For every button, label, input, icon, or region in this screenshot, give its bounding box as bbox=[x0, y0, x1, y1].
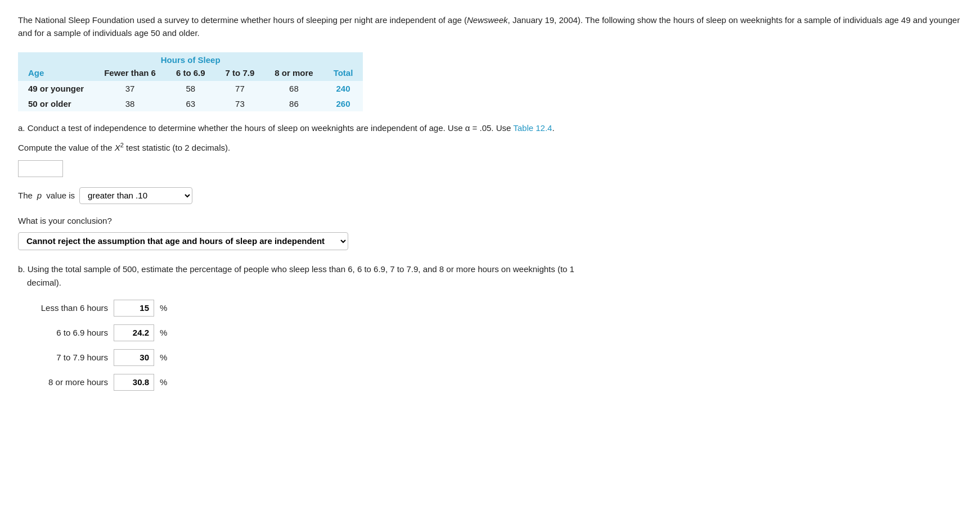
row-49-six: 58 bbox=[166, 81, 215, 96]
intro-text-before: The National Sleep Foundation used a sur… bbox=[18, 15, 467, 25]
percent-sign-0: % bbox=[160, 301, 167, 315]
conclusion-label: What is your conclusion? bbox=[18, 214, 962, 228]
table-section-title: Hours of Sleep bbox=[18, 52, 363, 65]
six-to-69-input[interactable] bbox=[114, 324, 154, 341]
row-49-total: 240 bbox=[323, 81, 363, 96]
p-value-label-pre: The bbox=[18, 189, 33, 202]
table-row-50: 50 or older 38 63 73 86 260 bbox=[18, 96, 363, 111]
percent-sign-2: % bbox=[160, 351, 167, 364]
col-header-fewer6: Fewer than 6 bbox=[94, 65, 166, 81]
section-a-label: a. Conduct a test of independence to det… bbox=[18, 121, 962, 135]
less-than-6-row: Less than 6 hours % bbox=[18, 300, 962, 317]
col-header-six: 6 to 6.9 bbox=[166, 65, 215, 81]
less-than-6-label: Less than 6 hours bbox=[18, 301, 108, 315]
intro-paragraph: The National Sleep Foundation used a sur… bbox=[18, 13, 962, 40]
chi-sq-label: Compute the value of the X2 test statist… bbox=[18, 141, 962, 155]
eight-or-more-label: 8 or more hours bbox=[18, 376, 108, 389]
row-50-seven: 73 bbox=[215, 96, 265, 111]
row-50-age: 50 or older bbox=[18, 96, 94, 111]
conclusion-select[interactable]: Cannot reject the assumption that age an… bbox=[18, 232, 348, 250]
p-value-row: The p value is greater than .10 between … bbox=[18, 187, 962, 204]
six-to-69-row: 6 to 6.9 hours % bbox=[18, 324, 962, 341]
row-49-fewer6: 37 bbox=[94, 81, 166, 96]
p-value-label-italic: p bbox=[37, 189, 42, 202]
eight-or-more-input[interactable] bbox=[114, 374, 154, 391]
section-b-label-1: b. Using the total sample of 500, estima… bbox=[18, 263, 962, 276]
col-header-age: Age bbox=[18, 65, 94, 81]
row-50-eight: 86 bbox=[264, 96, 323, 111]
chi-sq-post: test statistic (to 2 decimals). bbox=[124, 143, 230, 152]
section-b-label: b. Using the total sample of 500, estima… bbox=[18, 263, 962, 290]
col-header-eight: 8 or more bbox=[264, 65, 323, 81]
row-50-fewer6: 38 bbox=[94, 96, 166, 111]
publication-name: Newsweek bbox=[467, 15, 508, 25]
sleep-table: Hours of Sleep Age Fewer than 6 6 to 6.9… bbox=[18, 52, 363, 111]
six-to-69-label: 6 to 6.9 hours bbox=[18, 326, 108, 340]
row-50-total: 260 bbox=[323, 96, 363, 111]
seven-to-79-label: 7 to 7.9 hours bbox=[18, 351, 108, 364]
table-row-49: 49 or younger 37 58 77 68 240 bbox=[18, 81, 363, 96]
p-value-label-post: value is bbox=[46, 189, 75, 202]
section-b: b. Using the total sample of 500, estima… bbox=[18, 263, 962, 391]
col-header-total: Total bbox=[323, 65, 363, 81]
table-header-row: Age Fewer than 6 6 to 6.9 7 to 7.9 8 or … bbox=[18, 65, 363, 81]
chi-sq-pre: Compute the value of the bbox=[18, 143, 115, 152]
section-a-label-text: a. Conduct a test of independence to det… bbox=[18, 123, 511, 133]
conclusion-select-wrapper: Cannot reject the assumption that age an… bbox=[18, 232, 962, 250]
table-12-4-link[interactable]: Table 12.4 bbox=[513, 123, 552, 133]
row-49-eight: 68 bbox=[264, 81, 323, 96]
section-a-label-period: . bbox=[552, 123, 554, 133]
percent-sign-3: % bbox=[160, 376, 167, 389]
col-header-seven: 7 to 7.9 bbox=[215, 65, 265, 81]
row-49-seven: 77 bbox=[215, 81, 265, 96]
chi-sq-input[interactable] bbox=[18, 160, 63, 177]
section-a: a. Conduct a test of independence to det… bbox=[18, 121, 962, 250]
p-value-select[interactable]: greater than .10 between .025 and .05 be… bbox=[79, 187, 192, 204]
eight-or-more-row: 8 or more hours % bbox=[18, 374, 962, 391]
table-title-row: Hours of Sleep bbox=[18, 52, 363, 65]
row-49-age: 49 or younger bbox=[18, 81, 94, 96]
percent-sign-1: % bbox=[160, 326, 167, 340]
row-50-six: 63 bbox=[166, 96, 215, 111]
seven-to-79-input[interactable] bbox=[114, 349, 154, 366]
section-b-label-2: decimal). bbox=[18, 276, 962, 290]
less-than-6-input[interactable] bbox=[114, 300, 154, 317]
sleep-table-wrapper: Hours of Sleep Age Fewer than 6 6 to 6.9… bbox=[18, 52, 962, 111]
seven-to-79-row: 7 to 7.9 hours % bbox=[18, 349, 962, 366]
chi-sq-var: X bbox=[115, 143, 120, 152]
